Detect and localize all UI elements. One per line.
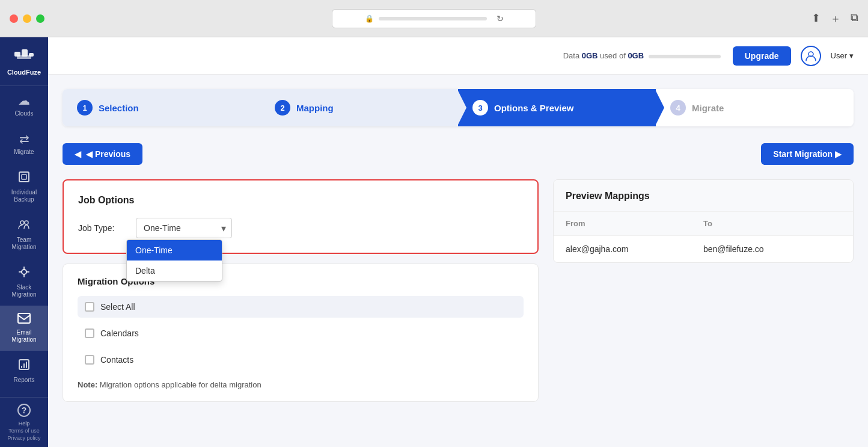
traffic-lights — [10, 14, 44, 23]
contacts-checkbox[interactable] — [85, 355, 94, 365]
sidebar-label-slack: SlackMigration — [11, 284, 36, 298]
sidebar-item-help[interactable]: ? Help Terms of use Privacy policy — [0, 398, 48, 447]
new-tab-icon[interactable]: ＋ — [830, 11, 841, 26]
url-text — [379, 17, 487, 20]
preview-from-0: alex@gajha.com — [566, 244, 703, 254]
preview-to-header: To — [703, 219, 841, 228]
start-migration-button[interactable]: Start Migration ▶ — [761, 143, 854, 165]
calendars-checkbox[interactable] — [85, 328, 94, 338]
sidebar-bottom: ? Help Terms of use Privacy policy — [0, 397, 48, 447]
content-area: 1 Selection 2 Mapping 3 Options & Previe… — [48, 75, 868, 416]
logo-icon — [13, 47, 35, 64]
sidebar-item-migrate[interactable]: ⇄ Migrate — [0, 125, 48, 163]
data-total: 0GB — [628, 51, 644, 60]
contacts-label: Contacts — [100, 355, 133, 365]
main-content: Data 0GB used of 0GB Upgrade User ▾ 1 Se… — [48, 37, 868, 447]
step-2-label: Mapping — [296, 103, 334, 113]
buttons-row: ◀ ◀ Previous Start Migration ▶ — [63, 143, 854, 165]
stepper: 1 Selection 2 Mapping 3 Options & Previe… — [63, 89, 854, 126]
reload-icon[interactable]: ↻ — [497, 14, 504, 23]
user-dropdown-arrow: ▾ — [849, 51, 854, 60]
left-column: Job Options Job Type: One-Time Delta ▾ — [63, 179, 539, 402]
sidebar: CloudFuze ☁ Clouds ⇄ Migrate IndividualB… — [0, 37, 48, 447]
job-options-card: Job Options Job Type: One-Time Delta ▾ — [63, 179, 539, 254]
sidebar-label-team: TeamMigration — [11, 236, 36, 251]
previous-button[interactable]: ◀ ◀ Previous — [63, 143, 142, 165]
select-all-label: Select All — [100, 302, 135, 312]
job-type-select[interactable]: One-Time Delta — [136, 218, 232, 238]
step-options-preview[interactable]: 3 Options & Preview — [458, 89, 656, 126]
sidebar-label-backup: IndividualBackup — [11, 189, 37, 203]
dropdown-option-one-time[interactable]: One-Time — [127, 240, 222, 260]
note-text: Note: Migration options applicable for d… — [78, 380, 524, 389]
slack-icon — [17, 265, 31, 282]
windows-icon[interactable]: ⧉ — [851, 11, 858, 26]
job-type-row: Job Type: One-Time Delta ▾ One-Time — [78, 218, 523, 238]
step-mapping[interactable]: 2 Mapping — [260, 89, 458, 126]
calendars-row[interactable]: Calendars — [78, 322, 524, 344]
sidebar-item-backup[interactable]: IndividualBackup — [0, 163, 48, 211]
sidebar-item-clouds[interactable]: ☁ Clouds — [0, 86, 48, 125]
window-chrome: 🔒 ↻ ⬆ ＋ ⧉ — [0, 0, 868, 37]
job-type-select-wrapper: One-Time Delta ▾ — [136, 218, 232, 238]
sidebar-item-team-migration[interactable]: TeamMigration — [0, 211, 48, 258]
step-migrate: 4 Migrate — [656, 89, 854, 126]
step-1-label: Selection — [99, 103, 139, 113]
step-4-number: 4 — [670, 100, 686, 116]
sidebar-item-email-migration[interactable]: EmailMigration — [0, 306, 48, 351]
svg-point-7 — [25, 221, 28, 224]
lock-icon: 🔒 — [365, 14, 374, 23]
reports-icon — [17, 358, 31, 374]
chrome-actions: ⬆ ＋ ⧉ — [811, 11, 858, 26]
start-migration-label: Start Migration ▶ — [773, 149, 842, 159]
backup-icon — [17, 170, 31, 187]
help-label: Help — [19, 421, 30, 427]
select-all-row[interactable]: Select All — [78, 296, 524, 318]
share-icon[interactable]: ⬆ — [811, 11, 821, 26]
svg-point-8 — [22, 270, 26, 274]
sidebar-item-reports[interactable]: Reports — [0, 351, 48, 391]
step-3-number: 3 — [472, 100, 488, 116]
svg-rect-13 — [18, 313, 30, 323]
step-2-number: 2 — [275, 100, 290, 116]
data-usage: Data 0GB used of 0GB — [563, 51, 723, 60]
prev-label: ◀ Previous — [86, 149, 130, 159]
user-avatar[interactable] — [801, 46, 821, 66]
sidebar-label-clouds: Clouds — [14, 110, 33, 117]
prev-arrow: ◀ — [75, 149, 81, 159]
used-label: used of — [600, 51, 626, 60]
sidebar-label-migrate: Migrate — [14, 149, 34, 156]
migration-options-card: Migration Options Select All Calendars C… — [63, 264, 539, 402]
step-selection[interactable]: 1 Selection — [63, 89, 260, 126]
svg-rect-5 — [22, 174, 26, 179]
two-col-layout: Job Options Job Type: One-Time Delta ▾ — [63, 179, 854, 402]
step-4-label: Migrate — [692, 103, 724, 113]
minimize-button[interactable] — [23, 14, 31, 23]
preview-mappings-card: Preview Mappings From To alex@gajha.com … — [553, 179, 854, 263]
job-type-label: Job Type: — [78, 223, 126, 233]
step-1-number: 1 — [77, 100, 93, 116]
usage-bar — [649, 55, 721, 58]
email-icon — [17, 313, 31, 327]
svg-rect-4 — [19, 172, 29, 182]
team-icon — [17, 218, 31, 234]
preview-to-0: ben@filefuze.co — [703, 244, 841, 254]
address-bar[interactable]: 🔒 ↻ — [332, 9, 536, 28]
contacts-row[interactable]: Contacts — [78, 349, 524, 371]
logo-text: CloudFuze — [5, 69, 43, 76]
sidebar-item-slack-migration[interactable]: SlackMigration — [0, 258, 48, 306]
job-options-title: Job Options — [78, 195, 523, 206]
terms-label: Terms of use — [8, 428, 40, 434]
close-button[interactable] — [10, 14, 18, 23]
help-icon: ? — [17, 404, 31, 417]
user-name[interactable]: User ▾ — [831, 51, 854, 60]
preview-mappings-title: Preview Mappings — [554, 180, 853, 212]
dropdown-option-delta[interactable]: Delta — [127, 260, 222, 281]
data-label: Data — [563, 51, 579, 60]
maximize-button[interactable] — [36, 14, 44, 23]
sidebar-logo: CloudFuze — [0, 37, 48, 86]
job-type-dropdown: One-Time Delta — [126, 239, 222, 282]
select-all-checkbox[interactable] — [85, 302, 94, 312]
upgrade-button[interactable]: Upgrade — [733, 46, 791, 66]
data-used: 0GB — [582, 51, 598, 60]
